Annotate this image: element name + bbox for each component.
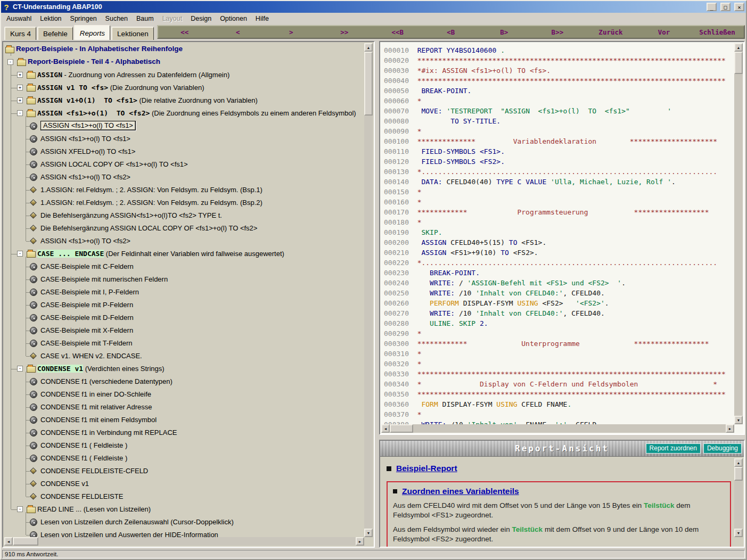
report-zuordnen-button[interactable]: Report zuordnen — [646, 443, 701, 454]
scroll-right-arrow-icon[interactable]: ► — [356, 537, 364, 546]
nav-button-vor[interactable]: Vor — [637, 28, 691, 36]
tree-item[interactable]: CASE-Beispiele mit numerischen Feldern — [4, 273, 364, 286]
tree-item[interactable]: CASE v1. WHEN v2. ENDCASE. — [4, 350, 364, 363]
menu-item-optionen[interactable]: Optionen — [216, 14, 251, 23]
tree-item[interactable]: CASE-Beispiele mit I, P-Feldern — [4, 286, 364, 299]
tree-expander-plus-icon[interactable]: + — [17, 97, 23, 103]
nav-button-last[interactable]: >> — [318, 28, 371, 36]
scroll-down-arrow-icon[interactable]: ▼ — [734, 529, 743, 537]
tree-item[interactable]: -CONDENSE v1 (Verdichten eines Strings) — [4, 363, 364, 375]
minimize-button[interactable]: _ — [707, 3, 717, 11]
tree-item[interactable]: CASE-Beispiele mit P-Feldern — [4, 299, 364, 311]
menu-item-suchen[interactable]: Suchen — [101, 14, 132, 23]
scroll-thumb[interactable] — [13, 537, 38, 546]
tree-item[interactable]: -READ LINE ... (Lesen von Listzeilen) — [4, 503, 364, 516]
tree-expander-plus-icon[interactable]: + — [17, 72, 23, 78]
tree-item[interactable]: -CASE ... ENDCASE (Der Feldinhalt einer … — [4, 248, 364, 260]
maximize-button[interactable]: □ — [720, 3, 730, 11]
tree-expander-plus-icon[interactable]: + — [17, 85, 23, 90]
tree-item[interactable]: CONDENSE f1 in Verbindung mit REPLACE — [4, 426, 364, 439]
tree-item[interactable]: ASSIGN XFELD+o(l) TO <fs1> — [4, 145, 364, 158]
close-button[interactable]: ✕ — [734, 3, 744, 11]
tree-item[interactable]: CASE-Beispiele mit X-Feldern — [4, 324, 364, 337]
tree-item[interactable]: CONDENSE f1 mit einem Feldsymbol — [4, 414, 364, 426]
code-vertical-scrollbar[interactable]: ▲ ▼ — [734, 43, 743, 424]
menu-item-auswahl[interactable]: Auswahl — [2, 14, 36, 23]
tree-item[interactable]: -Report-Beispiele - Teil 4 - Alphabetisc… — [4, 56, 364, 69]
nav-button-first[interactable]: << — [158, 28, 211, 36]
report-vertical-scrollbar[interactable]: ▲ ▼ — [734, 458, 743, 537]
scroll-right-arrow-icon[interactable]: ► — [726, 424, 734, 433]
tree-item[interactable]: CASE-Beispiele mit D-Feldern — [4, 311, 364, 324]
debugging-button[interactable]: Debugging — [703, 443, 742, 454]
tree-expander-minus-icon[interactable]: - — [17, 110, 23, 116]
tree-item[interactable]: 1.ASSIGN: rel.Feldsym. ; 2. ASSIGN: Von … — [4, 184, 364, 196]
beispiel-report-link[interactable]: Beispiel-Report — [396, 464, 457, 473]
scroll-thumb[interactable] — [734, 467, 743, 481]
tree-item[interactable]: +ASSIGN v1 TO <fs> (Die Zuordnung von Va… — [4, 81, 364, 94]
nav-button-zurueck[interactable]: Zurück — [584, 28, 637, 36]
tree-expander-minus-icon[interactable]: - — [17, 506, 23, 512]
tree-item[interactable]: 1.ASSIGN: rel.Feldsym. ; 2. ASSIGN: Von … — [4, 196, 364, 209]
tree-item[interactable]: CONDENSE FELDLEISTE — [4, 490, 364, 503]
menu-item-hilfe[interactable]: Hilfe — [251, 14, 273, 23]
scroll-thumb[interactable] — [734, 52, 743, 74]
panel-splitter[interactable] — [375, 41, 379, 548]
tree-vertical-scrollbar[interactable]: ▲ ▼ — [364, 43, 373, 537]
tree-item[interactable]: ASSIGN <fs1>+o(l) TO <fs2> — [4, 235, 364, 248]
tree-item[interactable]: ASSIGN LOCAL COPY OF <fs1>+o(l) TO <fs1> — [4, 158, 364, 171]
code-horizontal-scrollbar[interactable]: ◄ ► — [381, 424, 734, 433]
scroll-down-arrow-icon[interactable]: ▼ — [734, 416, 743, 424]
nav-button-last-b[interactable]: B>> — [531, 28, 584, 36]
menu-item-design[interactable]: Design — [186, 14, 216, 23]
tree-item[interactable]: CONDENSE f1 (verschiedene Datentypen) — [4, 375, 364, 388]
tree-item[interactable]: CONDENSE f1 in einer DO-Schleife — [4, 388, 364, 401]
scroll-thumb[interactable] — [390, 424, 413, 433]
tree-item[interactable]: Die Befehlsergänzung ASSIGN LOCAL COPY O… — [4, 222, 364, 235]
tree-item[interactable]: Lesen von Listzeilen und Auswerten der H… — [4, 529, 364, 537]
tree-expander-minus-icon[interactable]: - — [17, 366, 23, 372]
tree-item[interactable]: +ASSIGN - Zuordnung von Adressen zu Date… — [4, 69, 364, 81]
nav-button-first-b[interactable]: <<B — [371, 28, 424, 36]
tree-horizontal-scrollbar[interactable]: ◄ ► — [4, 537, 364, 546]
menu-item-springen[interactable]: Springen — [66, 14, 101, 23]
nav-button-next-b[interactable]: B> — [478, 28, 531, 36]
tab-kurs-4[interactable]: Kurs 4 — [4, 27, 36, 40]
scroll-left-arrow-icon[interactable]: ◄ — [4, 537, 13, 546]
menu-item-lektion[interactable]: Lektion — [36, 14, 65, 23]
tree-item[interactable]: CONDENSE FELDLEISTE-CFELD — [4, 465, 364, 477]
scroll-up-arrow-icon[interactable]: ▲ — [364, 43, 373, 52]
tree-item[interactable]: ASSIGN <fs1>+o(l) TO <fs1> — [4, 133, 364, 145]
tree-item[interactable]: CONDENSE f1 ( Feldleiste ) — [4, 439, 364, 452]
tree-item[interactable]: Report-Beispiele - In Alphabetischer Rei… — [4, 43, 364, 56]
tree-item[interactable]: ASSIGN <fs1>+o(l) TO <fs2> — [4, 171, 364, 184]
scroll-down-arrow-icon[interactable]: ▼ — [364, 529, 373, 537]
tree-item[interactable]: +ASSIGN v1+O(1) TO <fs1> (Die relative Z… — [4, 94, 364, 107]
menu-item-baum[interactable]: Baum — [132, 14, 158, 23]
tree-item[interactable]: ASSIGN <fs1>+o(l) TO <fs1> — [4, 120, 364, 133]
nav-button-prev-b[interactable]: <B — [424, 28, 478, 36]
tree-item[interactable]: -ASSIGN <fs1>+o(1) TO <fs2> (Die Zuordnu… — [4, 107, 364, 120]
nav-button-next[interactable]: > — [265, 28, 318, 36]
scroll-up-arrow-icon[interactable]: ▲ — [734, 458, 743, 467]
scroll-up-arrow-icon[interactable]: ▲ — [734, 43, 743, 52]
tree-expander-minus-icon[interactable]: - — [17, 251, 23, 257]
tree-item[interactable]: CONDENSE v1 — [4, 477, 364, 490]
tree-item[interactable]: CONDENSE f1 ( Feldleiste ) — [4, 452, 364, 465]
tree-item[interactable]: CASE-Beispiele mit T-Feldern — [4, 337, 364, 350]
nav-button-schliessen[interactable]: Schließen — [691, 28, 744, 36]
tree-item[interactable]: CONDENSE f1 mit relativer Adresse — [4, 401, 364, 414]
tree-expander-minus-icon[interactable]: - — [7, 59, 13, 65]
tab-befehle[interactable]: Befehle — [37, 27, 73, 40]
horizontal-splitter[interactable] — [379, 435, 745, 440]
nav-button-prev[interactable]: < — [211, 28, 265, 36]
tree-item[interactable]: CASE-Beispiele mit C-Feldern — [4, 260, 364, 273]
tab-reports[interactable]: Reports — [74, 25, 110, 40]
code-segment: CFELD FNAME — [521, 400, 567, 408]
zuordnen-variablenteil-link[interactable]: Zuordnen eines Variablenteils — [402, 487, 519, 496]
tab-lektionen[interactable]: Lektionen — [111, 27, 154, 40]
scroll-left-arrow-icon[interactable]: ◄ — [381, 424, 390, 433]
tree-item[interactable]: Lesen von Listzeilen durch Zeilenauswahl… — [4, 516, 364, 529]
scroll-thumb[interactable] — [364, 52, 373, 116]
tree-item[interactable]: Die Befehlsergänzung ASSIGN<fs1>+o(l)TO … — [4, 209, 364, 222]
